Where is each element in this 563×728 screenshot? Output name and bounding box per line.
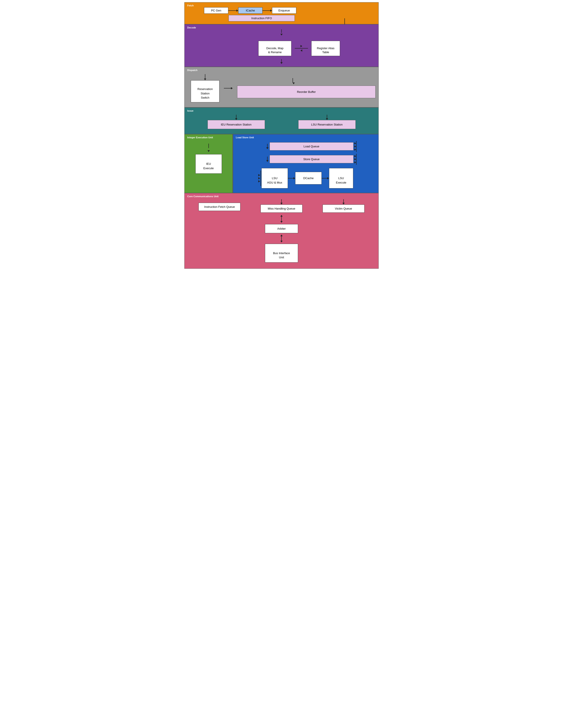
issue-label: Issue (186, 109, 377, 113)
lsu-section: Load Store Unit Load Queue (233, 134, 379, 193)
arrow-to-lsu-rs (326, 118, 328, 120)
arrow-decode-rat-r (301, 45, 302, 47)
lsu-agu-mux-box: LSU AGU & Mux (261, 168, 288, 189)
arrow-to-victim-queue (343, 203, 345, 205)
ieu-execute-box: IEU Execute (195, 154, 222, 174)
fetch-label: Fetch (186, 4, 377, 7)
instruction-fetch-queue-box: Instruction Fetch Queue (198, 203, 240, 211)
lsu-label: Load Store Unit (235, 136, 377, 139)
store-queue-box: Store Queue (269, 155, 354, 163)
ccu-section: Core Communications Unit Instruction Fet… (184, 193, 379, 269)
arrow-to-miss-handling (280, 203, 283, 205)
arrow-arbiter-to-mhq (280, 215, 283, 217)
exec-row: Integer Execution Unit IEU Execute Load … (184, 134, 379, 193)
dispatch-section: Dispatch Reservation Station Switch (184, 67, 379, 107)
lsu-execute-box: LSU Execute (329, 168, 353, 189)
dcache-box: DCache (295, 172, 322, 184)
ccu-label: Core Communications Unit (186, 195, 377, 198)
decode-inner: Decode, Map & Rename Register Alias Tabl… (186, 36, 377, 58)
arrow-to-ieu-exec (207, 150, 210, 152)
decode-map-rename-box: Decode, Map & Rename (258, 41, 292, 56)
processor-diagram: Fetch PC Gen ICache Enqueue (184, 2, 379, 269)
decode-section: Decode Decode, Map & Rename (184, 24, 379, 67)
instruction-fifo-box: Instruction FIFO (228, 15, 295, 21)
fetch-section: Fetch PC Gen ICache Enqueue (184, 2, 379, 24)
victim-queue-box: Victim Queue (323, 205, 365, 213)
register-alias-table-box: Register Alias Table (311, 41, 340, 56)
arrow-to-rob (293, 83, 295, 84)
dispatch-label: Dispatch (186, 68, 377, 72)
arrow-arbiter-to-biu (280, 241, 283, 242)
arrow-to-rss (204, 79, 206, 80)
ieu-label: Integer Execution Unit (186, 136, 231, 139)
ieu-reservation-station-box: IEU Reservation Station (207, 120, 265, 129)
enqueue-box: Enqueue (272, 7, 296, 14)
arrow-to-store-queue (266, 160, 268, 162)
issue-section: Issue IEU Reservation Station LSU Reserv… (184, 107, 379, 134)
arrow-pcgen-icache (236, 9, 238, 12)
icache-box: ICache (238, 7, 262, 14)
miss-handling-queue-box: Miss Handling Queue (260, 205, 303, 213)
bus-interface-unit-box: Bus Interface Unit (265, 244, 298, 263)
arrow-to-ieu-rs (235, 118, 237, 120)
arrow-decode-dispatch (280, 62, 283, 64)
ieu-section: Integer Execution Unit IEU Execute (184, 134, 233, 193)
arrow-decode-rat-l (301, 49, 302, 52)
lsu-reservation-station-box: LSU Reservation Station (298, 120, 356, 129)
pc-gen-box: PC Gen (204, 7, 228, 14)
reservation-station-switch-box: Reservation Station Switch (191, 80, 219, 102)
load-queue-box: Load Queue (269, 142, 354, 150)
fetch-inner: PC Gen ICache Enqueue (186, 7, 377, 21)
arrow-icache-enqueue (270, 9, 272, 12)
arrow-to-load-queue (266, 147, 268, 149)
arrow-biu-to-arbiter (280, 235, 283, 236)
arrow-mhq-to-arbiter (280, 221, 283, 223)
arbiter-box: Arbiter (265, 224, 298, 233)
reorder-buffer-box: Reorder Buffer (237, 86, 376, 98)
arrow-rss-rob (231, 87, 233, 89)
decode-label: Decode (186, 26, 377, 29)
arrow-fifo-decode (280, 34, 283, 36)
